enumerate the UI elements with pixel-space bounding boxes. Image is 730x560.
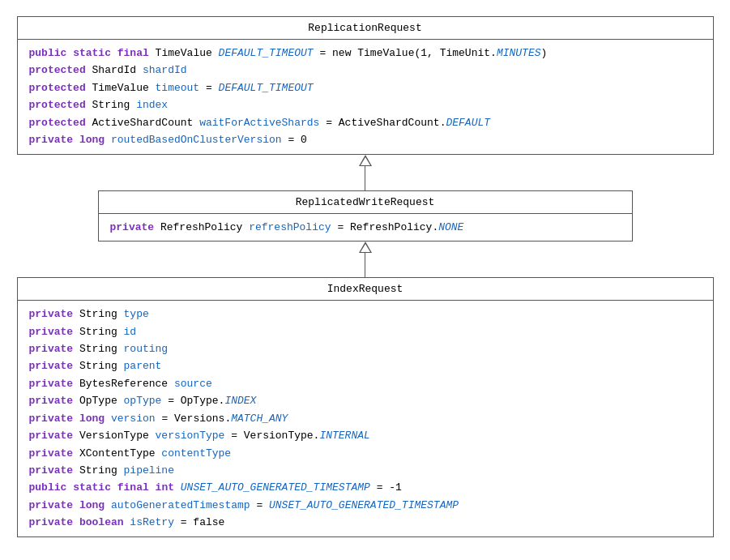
field-shard-id: protected ShardId shardId <box>29 62 702 79</box>
field-index: protected String index <box>29 96 702 113</box>
arrow-head-1 <box>359 155 372 166</box>
arrow-2 <box>17 242 714 277</box>
field-content-type: private XContentType contentType <box>29 445 702 462</box>
kw-final: final <box>117 47 149 59</box>
field-pipeline: private String pipeline <box>29 462 702 479</box>
field-type: private String type <box>29 306 702 323</box>
arrow-1 <box>98 155 633 190</box>
field-parent: private String parent <box>29 357 702 374</box>
field-wait-for-active-shards: protected ActiveShardCount waitForActive… <box>29 114 702 131</box>
replicated-write-request-box: ReplicatedWriteRequest private RefreshPo… <box>98 190 633 242</box>
replication-request-box: ReplicationRequest public static final T… <box>17 16 714 155</box>
field-is-retry: private boolean isRetry = false <box>29 514 702 531</box>
field-op-type: private OpType opType = OpType.INDEX <box>29 392 702 409</box>
index-request-box: IndexRequest private String type private… <box>17 277 714 537</box>
field-routing: private String routing <box>29 340 702 357</box>
field-auto-generated-timestamp: private long autoGeneratedTimestamp = UN… <box>29 497 702 514</box>
replication-request-body: public static final TimeValue DEFAULT_TI… <box>18 40 713 154</box>
replicated-write-request-body: private RefreshPolicy refreshPolicy = Re… <box>99 214 632 241</box>
uml-diagram: ReplicationRequest public static final T… <box>16 16 714 537</box>
field-default-timeout-name: DEFAULT_TIMEOUT <box>219 47 314 59</box>
arrow-head-2 <box>359 242 372 253</box>
index-request-body: private String type private String id pr… <box>18 301 713 536</box>
field-id: private String id <box>29 323 702 340</box>
field-default-timeout: public static final TimeValue DEFAULT_TI… <box>29 45 702 62</box>
field-timeout: protected TimeValue timeout = DEFAULT_TI… <box>29 79 702 96</box>
arrow-line-1 <box>365 166 365 190</box>
field-source: private BytesReference source <box>29 375 702 392</box>
replication-request-title: ReplicationRequest <box>18 17 713 40</box>
field-refresh-policy: private RefreshPolicy refreshPolicy = Re… <box>110 219 621 236</box>
kw-static: static <box>73 47 111 59</box>
index-request-title: IndexRequest <box>18 278 713 301</box>
field-version-type: private VersionType versionType = Versio… <box>29 427 702 444</box>
replicated-write-request-title: ReplicatedWriteRequest <box>99 191 632 214</box>
field-routed-based: private long routedBasedOnClusterVersion… <box>29 131 702 148</box>
kw-public: public <box>29 47 67 59</box>
arrow-line-2 <box>365 253 365 277</box>
field-unset-timestamp: public static final int UNSET_AUTO_GENER… <box>29 479 702 496</box>
field-version: private long version = Versions.MATCH_AN… <box>29 410 702 427</box>
